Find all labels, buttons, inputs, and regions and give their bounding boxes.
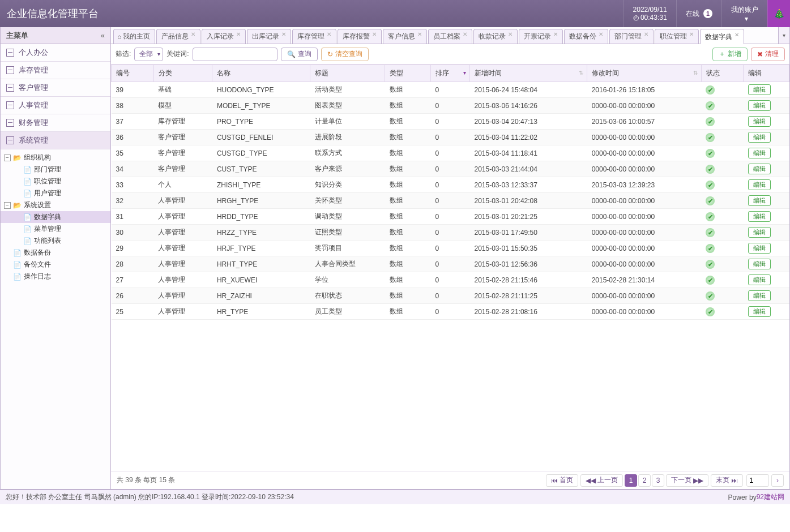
edit-button[interactable]: 编辑 — [748, 116, 771, 127]
sidebar-nav-item[interactable]: 人事管理 — [1, 97, 110, 114]
tab-close-icon[interactable]: ✕ — [281, 31, 286, 37]
edit-button[interactable]: 编辑 — [748, 259, 771, 269]
tab-close-icon[interactable]: ✕ — [689, 31, 694, 37]
sidebar-nav-item[interactable]: 客户管理 — [1, 79, 110, 97]
grid-col-header[interactable]: 编号 — [112, 65, 154, 82]
table-row[interactable]: 29人事管理HRJF_TYPE奖罚项目数组02015-03-01 15:50:3… — [112, 241, 789, 256]
tab[interactable]: 入库记录✕ — [202, 29, 246, 44]
footer-link[interactable]: 92建站网 — [757, 492, 784, 502]
grid-col-header[interactable]: 新增时间⇅ — [470, 65, 587, 82]
tab[interactable]: 产品信息✕ — [156, 29, 200, 44]
edit-button[interactable]: 编辑 — [748, 306, 771, 317]
grid-wrap[interactable]: 编号分类名称标题类型排序▾新增时间⇅修改时间⇅状态编辑 39基础HUODONG_… — [111, 65, 789, 471]
pager-go-button[interactable]: › — [771, 474, 784, 487]
tab[interactable]: ⌂我的主页 — [113, 29, 155, 44]
grid-col-header[interactable]: 类型 — [385, 65, 431, 82]
tab-close-icon[interactable]: ✕ — [236, 31, 241, 37]
edit-button[interactable]: 编辑 — [748, 84, 771, 95]
tab[interactable]: 开票记录✕ — [519, 29, 563, 44]
tab-close-icon[interactable]: ✕ — [599, 31, 603, 37]
pager-page[interactable]: 1 — [625, 474, 637, 487]
tab-close-icon[interactable]: ✕ — [372, 31, 377, 37]
clear-search-button[interactable]: ↻ 清空查询 — [321, 48, 369, 61]
sidebar-nav-item[interactable]: 财务管理 — [1, 114, 110, 132]
clean-button[interactable]: ✖ 清理 — [751, 48, 785, 61]
tree-item[interactable]: 📄操作日志 — [1, 271, 110, 282]
tab-close-icon[interactable]: ✕ — [553, 31, 558, 37]
edit-button[interactable]: 编辑 — [748, 132, 771, 143]
tree-item[interactable]: 📄菜单管理 — [1, 223, 110, 235]
tab-close-icon[interactable]: ✕ — [735, 32, 739, 38]
search-button[interactable]: 🔍 查询 — [281, 48, 318, 61]
table-row[interactable]: 25人事管理HR_TYPE员工类型数组02015-02-28 21:08:160… — [112, 304, 789, 320]
tabs-overflow-button[interactable]: ▾ — [778, 27, 789, 44]
tab[interactable]: 收款记录✕ — [473, 29, 518, 44]
tab[interactable]: 部门管理✕ — [609, 29, 654, 44]
pager-page[interactable]: 2 — [638, 474, 651, 487]
tab[interactable]: 员工档案✕ — [428, 29, 472, 44]
tab[interactable]: 客户信息✕ — [383, 29, 427, 44]
tab[interactable]: 数据字典✕ — [700, 29, 744, 44]
tab[interactable]: 库存报警✕ — [338, 29, 382, 44]
sidebar-nav-item[interactable]: 库存管理 — [1, 62, 110, 79]
grid-col-header[interactable]: 排序▾ — [430, 65, 469, 82]
tab[interactable]: 库存管理✕ — [292, 29, 336, 44]
table-row[interactable]: 32人事管理HRGH_TYPE关怀类型数组02015-03-01 20:42:0… — [112, 193, 789, 209]
table-row[interactable]: 39基础HUODONG_TYPE活动类型数组02015-06-24 15:48:… — [112, 82, 789, 98]
table-row[interactable]: 28人事管理HRHT_TYPE人事合同类型数组02015-03-01 12:56… — [112, 256, 789, 272]
table-row[interactable]: 36客户管理CUSTGD_FENLEI进展阶段数组02015-03-04 11:… — [112, 130, 789, 145]
grid-col-header[interactable]: 修改时间⇅ — [587, 65, 701, 82]
tab[interactable]: 职位管理✕ — [655, 29, 699, 44]
grid-col-header[interactable]: 标题 — [310, 65, 385, 82]
edit-button[interactable]: 编辑 — [748, 211, 771, 222]
edit-button[interactable]: 编辑 — [748, 243, 771, 254]
tree-item[interactable]: 📄数据备份 — [1, 247, 110, 259]
table-row[interactable]: 31人事管理HRDD_TYPE调动类型数组02015-03-01 20:21:2… — [112, 209, 789, 225]
tree-toggle-icon[interactable]: − — [4, 155, 11, 161]
add-button[interactable]: ＋ 新增 — [712, 48, 748, 61]
edit-button[interactable]: 编辑 — [748, 195, 771, 206]
pager-prev[interactable]: ◀◀上一页 — [580, 474, 623, 487]
filter-select[interactable]: 全部 ▾ — [134, 48, 163, 61]
pager-last[interactable]: 末页⏭ — [711, 474, 743, 487]
edit-button[interactable]: 编辑 — [748, 290, 771, 301]
grid-col-header[interactable]: 编辑 — [744, 65, 789, 82]
header-online[interactable]: 在线 1 — [676, 0, 721, 27]
tab-close-icon[interactable]: ✕ — [644, 31, 648, 37]
table-row[interactable]: 26人事管理HR_ZAIZHI在职状态数组02015-02-28 21:11:2… — [112, 288, 789, 304]
header-tree-button[interactable]: 🎄 — [767, 0, 790, 27]
collapse-icon[interactable]: « — [101, 31, 105, 40]
tab-close-icon[interactable]: ✕ — [327, 31, 331, 37]
tree-folder-org[interactable]: −📂组织机构 — [1, 152, 110, 164]
grid-col-header[interactable]: 状态 — [701, 65, 744, 82]
edit-button[interactable]: 编辑 — [748, 227, 771, 238]
tree-item[interactable]: 📄用户管理 — [1, 187, 110, 199]
sidebar-nav-item[interactable]: 个人办公 — [1, 44, 110, 62]
tree-item[interactable]: 📄功能列表 — [1, 235, 110, 247]
tree-toggle-icon[interactable]: − — [4, 202, 11, 209]
pager-goto-input[interactable] — [746, 474, 769, 487]
tab-close-icon[interactable]: ✕ — [417, 31, 422, 37]
grid-col-header[interactable]: 分类 — [153, 65, 212, 82]
pager-page[interactable]: 3 — [652, 474, 664, 487]
table-row[interactable]: 30人事管理HRZZ_TYPE证照类型数组02015-03-01 17:49:5… — [112, 225, 789, 241]
keyword-input[interactable] — [193, 48, 277, 61]
tree-folder-sys[interactable]: −📂系统设置 — [1, 199, 110, 211]
table-row[interactable]: 33个人ZHISHI_TYPE知识分类数组02015-03-03 12:33:3… — [112, 177, 789, 193]
edit-button[interactable]: 编辑 — [748, 274, 771, 285]
edit-button[interactable]: 编辑 — [748, 164, 771, 174]
sidebar-nav-item[interactable]: 系统管理 — [1, 132, 110, 149]
table-row[interactable]: 37库存管理PRO_TYPE计量单位数组02015-03-04 20:47:13… — [112, 114, 789, 130]
table-row[interactable]: 38模型MODEL_F_TYPE图表类型数组02015-03-06 14:16:… — [112, 98, 789, 114]
table-row[interactable]: 27人事管理HR_XUEWEI学位数组02015-02-28 21:15:462… — [112, 272, 789, 288]
pager-first[interactable]: ⏮首页 — [546, 474, 578, 487]
table-row[interactable]: 35客户管理CUSTGD_TYPE联系方式数组02015-03-04 11:18… — [112, 145, 789, 161]
tab[interactable]: 数据备份✕ — [564, 29, 608, 44]
pager-next[interactable]: 下一页▶▶ — [666, 474, 708, 487]
tree-item[interactable]: 📄数据字典 — [1, 211, 110, 223]
tab-close-icon[interactable]: ✕ — [508, 31, 513, 37]
table-row[interactable]: 34客户管理CUST_TYPE客户来源数组02015-03-03 21:44:0… — [112, 161, 789, 177]
account-menu[interactable]: 我的账户 ▾ — [721, 0, 767, 27]
tab[interactable]: 出库记录✕ — [247, 29, 291, 44]
tree-item[interactable]: 📄部门管理 — [1, 164, 110, 175]
